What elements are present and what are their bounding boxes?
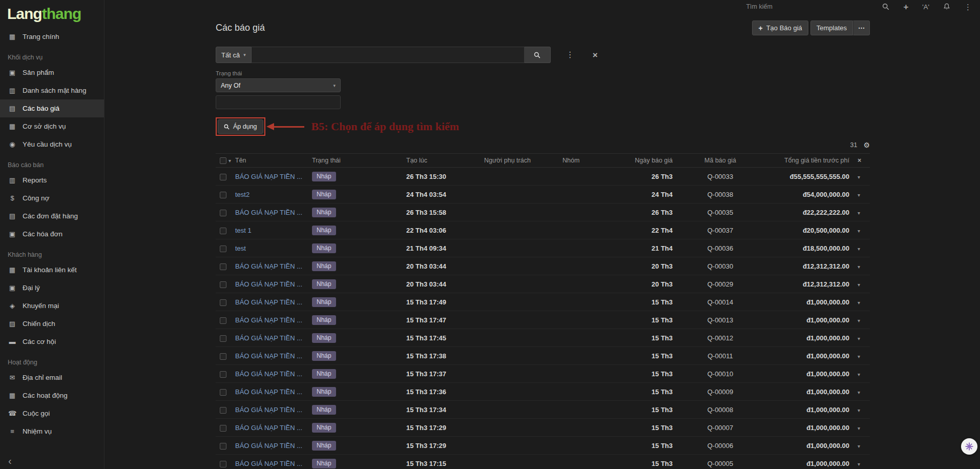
table-row[interactable]: BÁO GIÁ NẠP TIỀN ... Nháp 26 Th3 15:30 2…	[216, 168, 870, 186]
row-menu-caret-icon[interactable]: ▾	[858, 318, 860, 323]
row-checkbox[interactable]	[220, 425, 226, 432]
global-search-input[interactable]	[746, 3, 869, 10]
row-checkbox[interactable]	[220, 389, 226, 396]
row-checkbox[interactable]	[220, 371, 226, 378]
quote-name-link[interactable]: BÁO GIÁ NẠP TIỀN ...	[235, 316, 302, 324]
column-header-name[interactable]: Tên	[231, 154, 308, 168]
chat-widget-button[interactable]	[961, 438, 977, 455]
row-checkbox[interactable]	[220, 317, 226, 324]
sidebar-item[interactable]: ▬Các cơ hội	[0, 333, 104, 351]
table-row[interactable]: BÁO GIÁ NẠP TIỀN ... Nháp 15 Th3 17:49 1…	[216, 293, 870, 311]
table-row[interactable]: test Nháp 21 Th4 09:34 21 Th4 Q-00036 đ1…	[216, 239, 870, 257]
sidebar-item[interactable]: ▥Danh sách mặt hàng	[0, 81, 104, 99]
table-row[interactable]: BÁO GIÁ NẠP TIỀN ... Nháp 15 Th3 17:34 1…	[216, 401, 870, 419]
sidebar-item[interactable]: ▤Các báo giá	[0, 99, 104, 117]
list-search-button[interactable]	[525, 47, 551, 63]
status-value-input[interactable]	[216, 95, 341, 109]
row-menu-caret-icon[interactable]: ▾	[858, 228, 860, 234]
quote-name-link[interactable]: BÁO GIÁ NẠP TIỀN ...	[235, 406, 302, 414]
table-row[interactable]: BÁO GIÁ NẠP TIỀN ... Nháp 26 Th3 15:58 2…	[216, 203, 870, 221]
row-checkbox[interactable]	[220, 263, 226, 270]
column-header-created[interactable]: Tạo lúc	[402, 154, 480, 168]
row-checkbox[interactable]	[220, 299, 226, 306]
column-header-total[interactable]: Tổng giá tiền trước phí	[764, 154, 853, 168]
table-row[interactable]: BÁO GIÁ NẠP TIỀN ... Nháp 20 Th3 03:44 2…	[216, 275, 870, 293]
row-menu-caret-icon[interactable]: ▾	[858, 336, 860, 341]
row-checkbox[interactable]	[220, 246, 226, 252]
sidebar-item[interactable]: ▦Cơ sở dịch vụ	[0, 117, 104, 135]
column-header-assigned[interactable]: Người phụ trách	[480, 154, 558, 168]
sidebar-item[interactable]: $Công nợ	[0, 189, 104, 207]
quote-name-link[interactable]: BÁO GIÁ NẠP TIỀN ...	[235, 424, 302, 432]
gear-icon[interactable]: ⚙	[863, 141, 870, 149]
sidebar-item[interactable]: ▤Các đơn đặt hàng	[0, 207, 104, 225]
row-menu-caret-icon[interactable]: ▾	[858, 425, 860, 431]
row-checkbox[interactable]	[220, 461, 226, 467]
row-checkbox[interactable]	[220, 335, 226, 342]
filter-scope-dropdown[interactable]: Tất cả ▾	[216, 47, 252, 63]
quote-name-link[interactable]: BÁO GIÁ NẠP TIỀN ...	[235, 460, 302, 467]
row-menu-caret-icon[interactable]: ▾	[858, 174, 860, 180]
quote-name-link[interactable]: BÁO GIÁ NẠP TIỀN ...	[235, 298, 302, 306]
table-row[interactable]: BÁO GIÁ NẠP TIỀN ... Nháp 15 Th3 17:29 1…	[216, 419, 870, 437]
column-header-team[interactable]: Nhóm	[558, 154, 620, 168]
sidebar-item[interactable]: ▦Tài khoản liên kết	[0, 261, 104, 279]
sidebar-item[interactable]: ▦Trang chính	[0, 28, 104, 46]
filter-menu-icon[interactable]: ⋮	[566, 51, 574, 59]
row-menu-caret-icon[interactable]: ▾	[858, 192, 860, 198]
row-menu-caret-icon[interactable]: ▾	[858, 300, 860, 305]
table-row[interactable]: BÁO GIÁ NẠP TIỀN ... Nháp 15 Th3 17:38 1…	[216, 347, 870, 365]
sidebar-item[interactable]: ▣Sản phẩm	[0, 64, 104, 81]
quote-name-link[interactable]: BÁO GIÁ NẠP TIỀN ...	[235, 209, 302, 216]
bell-icon[interactable]	[943, 3, 950, 10]
quote-name-link[interactable]: BÁO GIÁ NẠP TIỀN ...	[235, 388, 302, 396]
select-all-checkbox[interactable]	[220, 157, 226, 164]
sidebar-item[interactable]: ◈Khuyến mại	[0, 297, 104, 315]
quote-name-link[interactable]: test 1	[235, 227, 252, 234]
topbar-menu-icon[interactable]: ⋮	[964, 3, 972, 11]
sidebar-item[interactable]: ☎Cuộc gọi	[0, 404, 104, 422]
search-icon[interactable]	[882, 3, 889, 10]
row-checkbox[interactable]	[220, 192, 226, 198]
app-logo[interactable]: Langthang	[0, 0, 104, 28]
select-menu-caret-icon[interactable]: ▾	[228, 158, 231, 164]
quote-name-link[interactable]: BÁO GIÁ NẠP TIỀN ...	[235, 262, 302, 270]
templates-button[interactable]: Templates	[810, 21, 853, 35]
row-menu-caret-icon[interactable]: ▾	[858, 210, 860, 216]
table-row[interactable]: BÁO GIÁ NẠP TIỀN ... Nháp 15 Th3 17:45 1…	[216, 329, 870, 347]
row-menu-caret-icon[interactable]: ▾	[858, 372, 860, 377]
column-header-quote-date[interactable]: Ngày báo giá	[620, 154, 677, 168]
row-menu-caret-icon[interactable]: ▾	[858, 354, 860, 359]
column-header-number[interactable]: Mã báo giá	[677, 154, 764, 168]
sidebar-item[interactable]: ▣Đại lý	[0, 279, 104, 297]
row-checkbox[interactable]	[220, 407, 226, 414]
row-checkbox[interactable]	[220, 353, 226, 360]
quick-create-icon[interactable]: +	[903, 3, 908, 11]
language-icon[interactable]: 'A'	[922, 4, 929, 10]
table-row[interactable]: BÁO GIÁ NẠP TIỀN ... Nháp 15 Th3 17:37 1…	[216, 365, 870, 383]
quote-name-link[interactable]: BÁO GIÁ NẠP TIỀN ...	[235, 334, 302, 342]
row-checkbox[interactable]	[220, 281, 226, 288]
quote-name-link[interactable]: BÁO GIÁ NẠP TIỀN ...	[235, 280, 302, 288]
quote-name-link[interactable]: BÁO GIÁ NẠP TIỀN ...	[235, 173, 302, 180]
quote-name-link[interactable]: BÁO GIÁ NẠP TIỀN ...	[235, 352, 302, 360]
sidebar-item[interactable]: ▦Các hoạt động	[0, 386, 104, 404]
row-menu-caret-icon[interactable]: ▾	[858, 264, 860, 270]
list-search-input[interactable]	[252, 47, 525, 63]
table-row[interactable]: BÁO GIÁ NẠP TIỀN ... Nháp 15 Th3 17:15 1…	[216, 455, 870, 469]
row-menu-caret-icon[interactable]: ▾	[858, 461, 860, 467]
row-menu-caret-icon[interactable]: ▾	[858, 407, 860, 413]
quote-name-link[interactable]: BÁO GIÁ NẠP TIỀN ...	[235, 370, 302, 378]
row-checkbox[interactable]	[220, 228, 226, 234]
row-checkbox[interactable]	[220, 443, 226, 450]
table-row[interactable]: test2 Nháp 24 Th4 03:54 24 Th4 Q-00038 đ…	[216, 186, 870, 203]
sidebar-item[interactable]: ▨Chiến dịch	[0, 315, 104, 333]
sidebar-item[interactable]: ◉Yêu cầu dịch vụ	[0, 135, 104, 153]
table-row[interactable]: BÁO GIÁ NẠP TIỀN ... Nháp 20 Th3 03:44 2…	[216, 257, 870, 275]
status-condition-select[interactable]: Any Of ▾	[216, 78, 341, 92]
create-quote-button[interactable]: + Tạo Báo giá	[752, 21, 808, 35]
sidebar-item[interactable]: ≡Nhiệm vụ	[0, 422, 104, 440]
row-checkbox[interactable]	[220, 174, 226, 180]
sidebar-item[interactable]: ▥Reports	[0, 171, 104, 189]
row-menu-caret-icon[interactable]: ▾	[858, 282, 860, 288]
